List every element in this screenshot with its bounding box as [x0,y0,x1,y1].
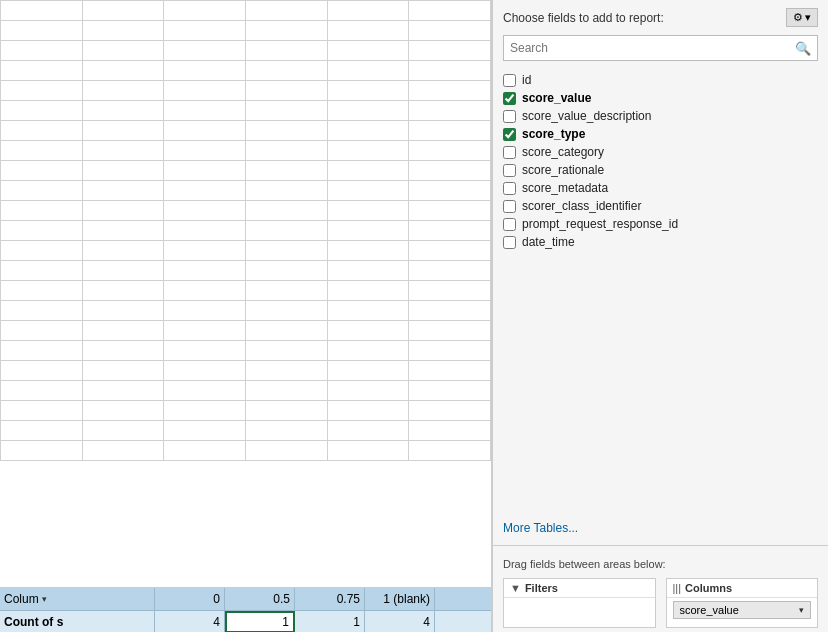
field-checkbox-prompt_request_response_id[interactable] [503,218,516,231]
table-row [1,121,491,141]
field-checkbox-score_value[interactable] [503,92,516,105]
table-row [1,401,491,421]
field-item-score_type[interactable]: score_type [503,125,818,143]
filters-area: ▼ Filters [503,578,656,628]
table-row [1,101,491,121]
filter-icon: ▼ [510,582,521,594]
pivot-column-header-text: Colum [4,592,39,606]
field-item-score_value_description[interactable]: score_value_description [503,107,818,125]
divider [493,545,828,546]
table-row [1,181,491,201]
right-panel: Choose fields to add to report: ⚙ ▾ 🔍 id… [492,0,828,632]
more-tables-link[interactable]: More Tables... [493,515,828,541]
pivot-col-075: 0.75 [295,588,365,610]
table-row [1,41,491,61]
field-checkbox-score_type[interactable] [503,128,516,141]
field-item-prompt_request_response_id[interactable]: prompt_request_response_id [503,215,818,233]
table-row [1,21,491,41]
field-item-score_rationale[interactable]: score_rationale [503,161,818,179]
table-row [1,261,491,281]
field-label-score_value_description: score_value_description [522,109,651,123]
columns-pill[interactable]: score_value ▾ [673,601,812,619]
pivot-cell-05[interactable]: 1 [225,611,295,633]
pivot-col-1blank: 1 (blank) [365,588,435,610]
table-row [1,141,491,161]
field-checkbox-id[interactable] [503,74,516,87]
columns-header: ||| Columns [667,579,818,598]
columns-pill-dropdown-icon[interactable]: ▾ [799,605,804,615]
table-row [1,381,491,401]
pivot-header-row: Colum ▾ 0 0.5 0.75 1 (blank) [0,588,491,610]
panel-header-title: Choose fields to add to report: [503,11,664,25]
filters-content [504,598,655,604]
gear-icon: ⚙ [793,11,803,24]
field-label-prompt_request_response_id: prompt_request_response_id [522,217,678,231]
table-row [1,161,491,181]
field-item-score_category[interactable]: score_category [503,143,818,161]
table-row [1,61,491,81]
filters-label: Filters [525,582,558,594]
field-label-score_rationale: score_rationale [522,163,604,177]
field-label-date_time: date_time [522,235,575,249]
field-item-id[interactable]: id [503,71,818,89]
pivot-column-dropdown-icon[interactable]: ▾ [42,594,47,604]
field-label-score_metadata: score_metadata [522,181,608,195]
field-checkbox-scorer_class_identifier[interactable] [503,200,516,213]
areas-title: Drag fields between areas below: [503,558,818,570]
table-row [1,241,491,261]
field-item-date_time[interactable]: date_time [503,233,818,251]
table-row [1,1,491,21]
field-item-score_value[interactable]: score_value [503,89,818,107]
search-input[interactable] [510,41,795,55]
gear-dropdown-icon: ▾ [805,11,811,24]
columns-pill-value: score_value [680,604,739,616]
field-checkbox-score_category[interactable] [503,146,516,159]
search-bar[interactable]: 🔍 [503,35,818,61]
columns-label: Columns [685,582,732,594]
field-label-score_value: score_value [522,91,591,105]
table-row [1,281,491,301]
fields-list: idscore_valuescore_value_descriptionscor… [493,67,828,515]
field-checkbox-score_value_description[interactable] [503,110,516,123]
table-row [1,81,491,101]
field-item-scorer_class_identifier[interactable]: scorer_class_identifier [503,197,818,215]
filters-header: ▼ Filters [504,579,655,598]
field-label-score_category: score_category [522,145,604,159]
columns-area: ||| Columns score_value ▾ [666,578,819,628]
table-row [1,221,491,241]
table-row [1,341,491,361]
search-icon: 🔍 [795,41,811,56]
grid-area [0,0,491,587]
pivot-table: Colum ▾ 0 0.5 0.75 1 (blank) Count of s … [0,587,491,632]
pivot-cell-0[interactable]: 4 [155,611,225,633]
table-row [1,321,491,341]
pivot-cell-1blank[interactable]: 4 [365,611,435,633]
field-label-id: id [522,73,531,87]
pivot-data-row: Count of s 4 1 1 4 [0,610,491,632]
pivot-cell-075[interactable]: 1 [295,611,365,633]
field-checkbox-date_time[interactable] [503,236,516,249]
columns-content[interactable]: score_value ▾ [667,598,818,622]
table-row [1,361,491,381]
field-label-score_type: score_type [522,127,585,141]
table-row [1,421,491,441]
table-row [1,201,491,221]
field-checkbox-score_metadata[interactable] [503,182,516,195]
spreadsheet-area: Colum ▾ 0 0.5 0.75 1 (blank) Count of s … [0,0,492,632]
table-row [1,301,491,321]
pivot-row-label: Count of s [0,611,155,633]
gear-settings-button[interactable]: ⚙ ▾ [786,8,818,27]
pivot-col-0: 0 [155,588,225,610]
pivot-col-05: 0.5 [225,588,295,610]
table-row [1,441,491,461]
panel-header: Choose fields to add to report: ⚙ ▾ [493,0,828,35]
grid-table [0,0,491,461]
field-label-scorer_class_identifier: scorer_class_identifier [522,199,641,213]
areas-row: ▼ Filters ||| Columns score_value ▾ [503,578,818,628]
pivot-col-values: 0 0.5 0.75 1 (blank) [155,588,491,610]
columns-icon: ||| [673,582,682,594]
areas-section: Drag fields between areas below: ▼ Filte… [493,550,828,632]
field-item-score_metadata[interactable]: score_metadata [503,179,818,197]
pivot-column-header-label[interactable]: Colum ▾ [0,588,155,610]
field-checkbox-score_rationale[interactable] [503,164,516,177]
